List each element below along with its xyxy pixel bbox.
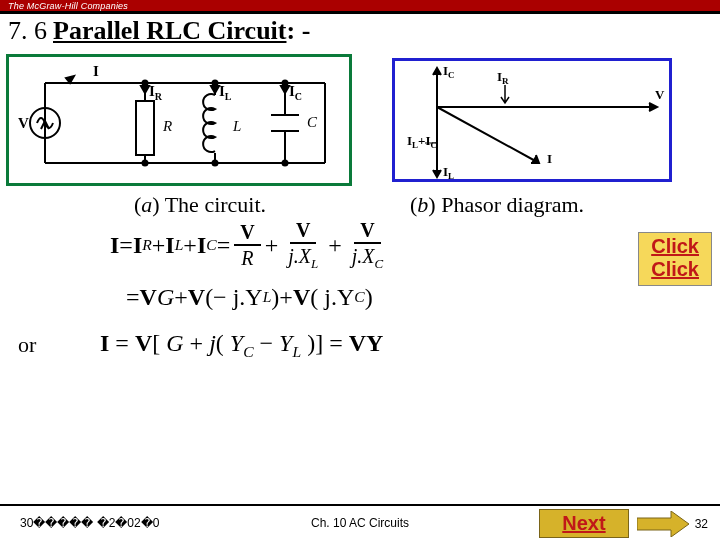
equation-line-2: = VG + V(− j.YL) + V( j.YC): [110, 270, 720, 324]
or-label: or: [18, 332, 100, 358]
phasor-svg: IC IR V IL+IC I IL: [397, 63, 667, 179]
next-button[interactable]: Next: [539, 509, 628, 538]
section-suffix: : -: [286, 16, 310, 46]
footer-chapter: Ch. 10 AC Circuits: [311, 516, 409, 530]
svg-point-6: [213, 81, 218, 86]
svg-point-3: [213, 161, 218, 166]
svg-text:R: R: [162, 118, 172, 134]
equation-line-1: I = IR + IL + IC = VR + Vj.XL + Vj.XC: [110, 220, 720, 270]
figure-phasor: IC IR V IL+IC I IL: [392, 58, 672, 182]
section-title: 7. 6 Parallel RLC Circuit : -: [0, 14, 720, 52]
caption-a: (a) The circuit.: [20, 192, 380, 218]
figure-row: I IR IL IC V R L C IC IR: [0, 52, 720, 186]
page-number: 32: [695, 517, 708, 531]
click-button[interactable]: Click Click: [638, 232, 712, 286]
svg-text:V: V: [18, 115, 29, 131]
svg-text:L: L: [232, 118, 241, 134]
click-line-1: Click: [651, 235, 699, 258]
svg-text:IC: IC: [443, 63, 455, 80]
section-heading: Parallel RLC Circuit: [53, 16, 286, 46]
captions-row: (a) The circuit. (b) Phasor diagram.: [0, 186, 720, 218]
circuit-svg: I IR IL IC V R L C: [15, 61, 345, 181]
svg-text:I: I: [93, 63, 99, 79]
svg-point-2: [143, 161, 148, 166]
figure-circuit: I IR IL IC V R L C: [6, 54, 352, 186]
caption-b: (b) Phasor diagram.: [410, 192, 700, 218]
svg-text:V: V: [655, 87, 665, 102]
svg-point-7: [283, 81, 288, 86]
equation-line-3: I = V[ G + j( YC − YL )] = VY: [100, 330, 383, 361]
svg-text:IC: IC: [289, 83, 302, 102]
svg-point-4: [283, 161, 288, 166]
svg-text:I: I: [547, 151, 552, 166]
svg-text:C: C: [307, 114, 318, 130]
footer-date: 30����� �2�02�0: [20, 516, 220, 530]
svg-text:IL: IL: [443, 164, 454, 179]
svg-text:IL: IL: [219, 83, 232, 102]
svg-text:IL+IC: IL+IC: [407, 133, 437, 150]
or-row: or I = V[ G + j( YC − YL )] = VY: [0, 330, 720, 361]
brand-text: The McGraw-Hill Companies: [8, 1, 128, 11]
section-number: 7. 6: [8, 16, 47, 46]
svg-marker-22: [637, 511, 689, 537]
brand-bar: The McGraw-Hill Companies: [0, 0, 720, 14]
footer: 30����� �2�02�0 Ch. 10 AC Circuits Next …: [0, 506, 720, 540]
equation-block: I = IR + IL + IC = VR + Vj.XL + Vj.XC = …: [0, 220, 720, 324]
svg-text:IR: IR: [149, 83, 163, 102]
svg-rect-1: [136, 101, 154, 155]
svg-point-5: [143, 81, 148, 86]
click-line-2: Click: [651, 258, 699, 281]
next-arrow-icon: [637, 511, 689, 537]
svg-text:IR: IR: [497, 69, 509, 86]
footer-right: Next 32: [539, 509, 716, 538]
